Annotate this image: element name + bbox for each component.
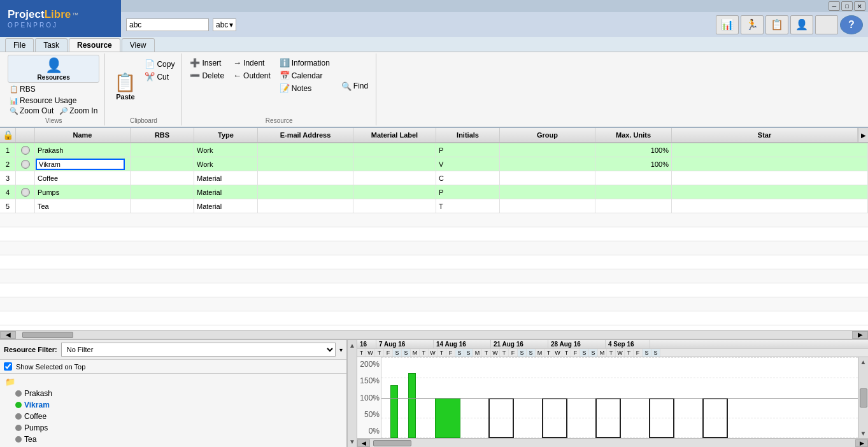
- h-scroll-left-btn[interactable]: ◀: [0, 331, 16, 339]
- resource-view-icon[interactable]: 👤: [790, 15, 813, 34]
- calendar-button[interactable]: 📅 Calendar: [277, 70, 332, 81]
- table-row-empty: [0, 241, 868, 255]
- col-header-initials[interactable]: Initials: [436, 128, 500, 142]
- chart-h-scroll-right[interactable]: ▶: [855, 439, 868, 447]
- row-gear-cell[interactable]: [16, 157, 35, 171]
- row-group-cell: [500, 185, 595, 199]
- rbs-button[interactable]: 📋 RBS: [8, 84, 38, 94]
- chart-view-icon[interactable]: 📊: [716, 15, 739, 34]
- col-header-maxunits[interactable]: Max. Units: [595, 128, 672, 142]
- resource-usage-icon: 📊: [10, 97, 18, 105]
- h-scroll-thumb[interactable]: [22, 332, 73, 338]
- tree-item-vikram[interactable]: Vikram: [15, 400, 341, 410]
- v-scroll-down-arrow[interactable]: ▼: [860, 430, 867, 437]
- tree-item-pumps[interactable]: Pumps: [15, 423, 341, 433]
- tab-view[interactable]: View: [122, 38, 155, 52]
- indent-button[interactable]: → Indent: [231, 57, 273, 68]
- delete-button[interactable]: ➖ Delete: [187, 70, 227, 81]
- indent-icon: →: [233, 58, 241, 67]
- show-selected-checkbox[interactable]: [4, 362, 12, 371]
- tree-item-tea[interactable]: Tea: [15, 434, 341, 444]
- zoom-in-button[interactable]: 🔎 Zoom In: [57, 106, 99, 116]
- col-header-type[interactable]: Type: [194, 128, 258, 142]
- scroll-up-arrow[interactable]: ▲: [349, 342, 355, 349]
- col-header-star[interactable]: Star: [672, 128, 858, 142]
- copy-button[interactable]: 📄 Copy: [143, 59, 176, 69]
- report-view-icon[interactable]: 📋: [765, 15, 788, 34]
- cut-button[interactable]: ✂️ Cut: [143, 71, 176, 82]
- v-scroll-up-arrow[interactable]: ▲: [860, 358, 867, 365]
- chart-date-cell: 28 Aug 16: [548, 340, 606, 348]
- chart-h-scrollbar[interactable]: ◀ ▶: [357, 438, 868, 447]
- chart-day-cell: S: [643, 349, 651, 357]
- row-maxunits-cell: [595, 199, 672, 213]
- title-input[interactable]: [126, 18, 209, 31]
- zoom-out-button[interactable]: 🔍 Zoom Out: [8, 106, 55, 116]
- col-header-group[interactable]: Group: [500, 128, 595, 142]
- row-rbs-cell: [131, 171, 194, 185]
- resources-view-button[interactable]: 👤 Resources: [8, 55, 99, 83]
- row-num-cell: 5: [0, 199, 16, 213]
- outdent-button[interactable]: ← Outdent: [231, 70, 273, 81]
- insert-button[interactable]: ➕ Insert: [187, 57, 227, 68]
- tab-resource[interactable]: Resource: [69, 38, 120, 52]
- tree-item-prakash[interactable]: Prakash: [15, 388, 341, 399]
- find-button[interactable]: 🔍 Find: [339, 55, 371, 117]
- minimize-button[interactable]: ─: [829, 1, 840, 11]
- indent-label: Indent: [243, 59, 264, 67]
- filter-select[interactable]: No Filter: [61, 343, 336, 357]
- row-group-cell: [500, 171, 595, 185]
- calendar-label: Calendar: [292, 71, 323, 80]
- paste-button[interactable]: 📋 Paste: [110, 55, 140, 117]
- chart-bar-outline-5: [702, 398, 728, 439]
- empty-view-box: [815, 15, 838, 34]
- row-material-cell: [353, 199, 436, 213]
- table-header-row: 🔒 Name RBS Type E-mail Address Material …: [0, 128, 868, 143]
- v-scroll-thumb[interactable]: [860, 388, 867, 408]
- row-num-cell: 1: [0, 143, 16, 157]
- chart-y-axis: 200% 150% 100% 50% 0%: [357, 357, 381, 438]
- h-scroll-right-btn[interactable]: ▶: [852, 331, 868, 339]
- row-name-cell: Prakash: [35, 143, 131, 157]
- resource-usage-button[interactable]: 📊 Resource Usage: [8, 96, 78, 106]
- table-row-empty: [0, 255, 868, 269]
- help-icon[interactable]: ?: [840, 15, 863, 34]
- table-h-scrollbar[interactable]: ◀ ▶: [0, 330, 868, 339]
- chart-bar-3: [435, 398, 460, 439]
- find-icon: 🔍: [341, 82, 352, 91]
- col-scroll-btn[interactable]: ▶: [858, 128, 868, 142]
- col-header-material[interactable]: Material Label: [353, 128, 436, 142]
- title-dropdown[interactable]: abc ▾: [213, 18, 236, 31]
- name-input[interactable]: [36, 159, 125, 170]
- row-name-cell-editing[interactable]: [35, 157, 131, 171]
- chart-v-scrollbar[interactable]: ▲ ▼: [858, 357, 868, 438]
- maximize-button[interactable]: □: [841, 1, 853, 11]
- tree-item-coffee[interactable]: Coffee: [15, 411, 341, 422]
- information-button[interactable]: ℹ️ Information: [277, 57, 332, 68]
- row-num-cell: 4: [0, 185, 16, 199]
- table-row: 3 Coffee Material C: [0, 171, 868, 185]
- tree-folder[interactable]: 📁: [5, 376, 341, 387]
- chart-day-cell: W: [616, 349, 625, 357]
- row-name-cell: Coffee: [35, 171, 131, 185]
- tab-task[interactable]: Task: [35, 38, 68, 52]
- chart-bar-outline-3: [595, 398, 621, 439]
- row-gear-cell[interactable]: [16, 185, 35, 199]
- chart-day-cell: F: [384, 349, 393, 357]
- row-star-cell: [672, 143, 868, 157]
- chart-date-cell: 4 Sep 16: [606, 340, 650, 348]
- gantt-view-icon[interactable]: 🏃: [741, 15, 764, 34]
- tab-file[interactable]: File: [5, 38, 34, 52]
- chart-h-scroll-thumb[interactable]: [373, 440, 411, 446]
- scroll-down-arrow[interactable]: ▼: [349, 438, 355, 445]
- row-gear-cell[interactable]: [16, 143, 35, 157]
- col-header-email[interactable]: E-mail Address: [258, 128, 353, 142]
- chart-h-scroll-left[interactable]: ◀: [357, 439, 370, 447]
- chevron-down-icon: ▾: [229, 20, 233, 29]
- close-button[interactable]: ✕: [854, 1, 865, 11]
- scroll-panel[interactable]: ▲ ▼: [347, 340, 357, 447]
- col-header-rbs[interactable]: RBS: [131, 128, 194, 142]
- notes-button[interactable]: 📝 Notes: [277, 83, 332, 94]
- chart-timeline: 16 7 Aug 16 14 Aug 16 21 Aug 16 28 Aug 1…: [357, 340, 868, 357]
- col-header-name[interactable]: Name: [35, 128, 131, 142]
